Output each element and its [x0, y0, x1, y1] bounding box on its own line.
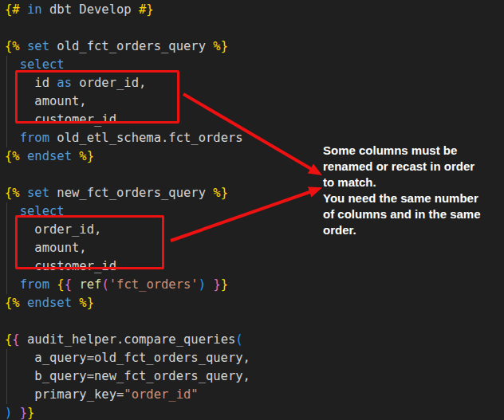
code-token: (	[101, 277, 108, 292]
code-token	[206, 277, 213, 292]
code-token: endset	[27, 149, 72, 163]
code-token: primary_key=	[5, 387, 124, 402]
code-token: (	[235, 332, 242, 347]
code-token: }	[27, 406, 34, 420]
code-token: b_query=new_fct_orders_query,	[5, 369, 250, 383]
code-token	[20, 39, 27, 53]
code-token: }	[221, 277, 228, 292]
code-token: set	[27, 186, 49, 200]
code-token	[20, 186, 27, 200]
annotation-box-new-columns	[15, 215, 164, 269]
code-token: from	[20, 131, 49, 145]
code-token: dbt Develop	[42, 2, 139, 17]
code-token: set	[27, 39, 49, 53]
code-line[interactable]: b_query=new_fct_orders_query,	[0, 367, 504, 386]
code-token: {%	[5, 296, 20, 310]
code-token: audit_helper.compare_queries	[20, 332, 236, 347]
code-token: )	[199, 277, 206, 292]
code-line[interactable]	[0, 312, 504, 331]
code-token: {	[5, 332, 12, 347]
annotation-note-line: order.	[323, 222, 498, 238]
code-token: %}	[213, 39, 228, 53]
code-token: old_fct_orders_query	[49, 39, 213, 53]
code-token: a_query=old_fct_orders_query,	[5, 351, 250, 365]
code-line[interactable]	[0, 19, 504, 37]
code-token: {%	[5, 39, 20, 53]
code-token: {	[65, 277, 72, 292]
code-token: {	[12, 332, 19, 347]
annotation-note-line: of columns and in the same	[323, 206, 498, 222]
code-token	[49, 277, 57, 292]
code-token: "order_id"	[124, 387, 198, 402]
code-token: %}	[79, 296, 94, 310]
code-line[interactable]: a_query=old_fct_orders_query,	[0, 349, 504, 367]
annotation-note-line: Some columns must be	[323, 143, 498, 159]
annotation-note: Some columns must be renamed or recast i…	[323, 143, 498, 238]
code-line[interactable]: {# in dbt Develop #}	[0, 1, 504, 19]
code-token	[20, 2, 27, 17]
code-token	[20, 296, 27, 310]
code-token: {	[57, 277, 64, 292]
annotation-note-line: You need the same number	[323, 190, 498, 206]
indent-guide	[6, 349, 7, 404]
code-line[interactable]: {% set old_fct_orders_query %}	[0, 37, 504, 56]
code-line[interactable]: {% endset %}	[0, 294, 504, 312]
code-token: #}	[139, 2, 154, 17]
code-token	[72, 296, 79, 310]
code-token: %}	[213, 186, 228, 200]
code-line[interactable]: ) }}	[0, 404, 504, 420]
code-token: {#	[5, 2, 20, 17]
code-token: %}	[79, 149, 94, 163]
code-token: old_etl_schema.fct_orders	[49, 131, 243, 145]
code-token: in	[27, 2, 42, 17]
code-token: {%	[5, 149, 20, 163]
code-line[interactable]: {{ audit_helper.compare_queries(	[0, 331, 504, 349]
code-token: ref	[79, 277, 101, 292]
annotation-box-old-columns	[15, 70, 179, 124]
code-token: 'fct_orders'	[109, 277, 199, 292]
code-token	[72, 149, 79, 163]
code-token: )	[5, 406, 12, 420]
code-token: {%	[5, 186, 20, 200]
indent-guide	[6, 56, 7, 147]
code-token: }	[213, 277, 220, 292]
code-token: from	[20, 277, 49, 292]
code-token: }	[20, 406, 27, 420]
code-token	[12, 406, 19, 420]
code-line[interactable]: primary_key="order_id"	[0, 386, 504, 404]
indent-guide	[6, 202, 7, 294]
annotation-note-line: renamed or recast in order	[323, 159, 498, 175]
code-line[interactable]: from {{ ref('fct_orders') }}	[0, 276, 504, 294]
code-token: new_fct_orders_query	[49, 186, 213, 200]
annotation-note-line: to match.	[323, 175, 498, 190]
code-token: endset	[27, 296, 72, 310]
code-token	[72, 277, 79, 292]
code-token	[20, 149, 27, 163]
